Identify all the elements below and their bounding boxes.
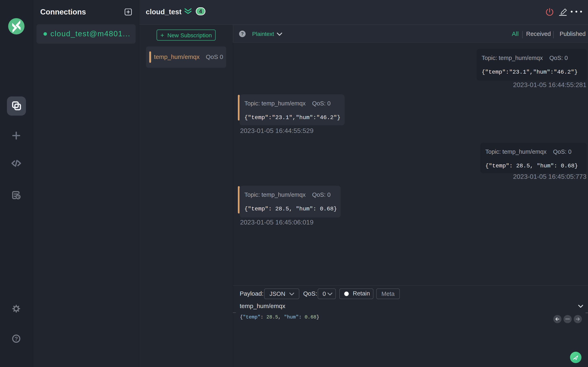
svg-text:?: ?	[15, 336, 18, 342]
